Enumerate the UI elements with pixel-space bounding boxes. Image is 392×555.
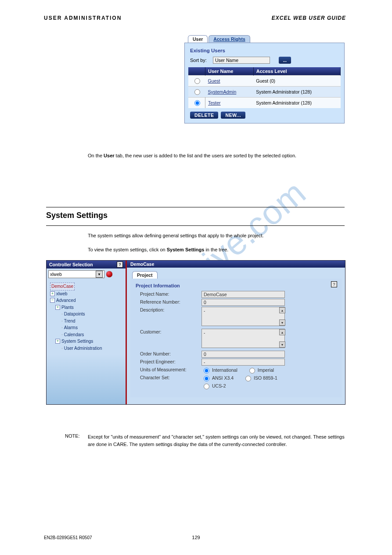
customer-label: Customer: bbox=[140, 329, 201, 334]
user-level: System Administrator (128) bbox=[253, 98, 340, 109]
scroll-down-icon[interactable]: ▼ bbox=[279, 319, 285, 326]
section-rule bbox=[46, 207, 345, 207]
users-panel: User Access Rights Existing Users Sort b… bbox=[184, 35, 345, 123]
new-button[interactable]: NEW... bbox=[221, 112, 245, 119]
user-radio[interactable] bbox=[194, 78, 200, 84]
charset-ucs-radio[interactable] bbox=[204, 384, 209, 389]
tree-node[interactable]: Advanced bbox=[56, 297, 76, 304]
charset-label: Character Set: bbox=[140, 374, 201, 380]
reference-number-label: Reference Number: bbox=[140, 299, 201, 305]
tree-node[interactable]: Plants bbox=[61, 304, 74, 311]
description-input[interactable]: - ▲▼ bbox=[201, 307, 285, 326]
nav-tree: DemoCase +xlweb −Advanced +Plants Datapo… bbox=[47, 280, 126, 404]
table-row: Guest Guest (0) bbox=[188, 76, 341, 87]
header-right: EXCEL WEB USER GUIDE bbox=[272, 15, 346, 21]
tree-node-system-settings[interactable]: System Settings bbox=[61, 338, 93, 345]
sort-options-button[interactable]: ... bbox=[279, 57, 291, 64]
tree-root[interactable]: DemoCase bbox=[50, 283, 75, 290]
note-text: Except for "units of measurement" and "c… bbox=[88, 433, 345, 448]
units-imperial-radio[interactable] bbox=[249, 368, 255, 374]
existing-users-title: Existing Users bbox=[190, 48, 341, 53]
controller-selection-label: Controller Selection bbox=[49, 262, 93, 267]
order-number-input[interactable]: 0 bbox=[201, 351, 285, 358]
charset-ansi-radio[interactable] bbox=[204, 376, 209, 381]
units-international-radio[interactable] bbox=[204, 368, 209, 374]
expand-icon[interactable]: + bbox=[55, 339, 60, 344]
project-name-input[interactable]: DemoCase bbox=[201, 291, 285, 298]
device-dropdown[interactable]: xlweb ▼ bbox=[48, 270, 104, 278]
tree-leaf[interactable]: Datapoints bbox=[50, 311, 122, 318]
scroll-up-icon[interactable]: ▲ bbox=[279, 329, 285, 335]
tree-node[interactable]: xlweb bbox=[56, 290, 68, 297]
expand-icon[interactable]: + bbox=[50, 291, 55, 296]
tab-access-rights[interactable]: Access Rights bbox=[209, 35, 250, 43]
delete-button[interactable]: DELETE bbox=[190, 112, 218, 119]
project-name-label: Project Name: bbox=[140, 291, 201, 297]
reference-number-input[interactable]: 0 bbox=[201, 299, 285, 306]
tree-leaf[interactable]: Alarms bbox=[50, 324, 122, 331]
customer-input[interactable]: - ▲▼ bbox=[201, 329, 285, 348]
tab-project[interactable]: Project bbox=[132, 271, 158, 279]
col-user-name: User Name bbox=[205, 67, 254, 76]
tab-user[interactable]: User bbox=[188, 35, 208, 43]
user-level: Guest (0) bbox=[253, 76, 340, 87]
units-label: Units of Measurement: bbox=[140, 366, 201, 372]
table-row: Tester System Administrator (128) bbox=[188, 98, 341, 109]
section-rule bbox=[46, 225, 345, 226]
sort-by-label: Sort by: bbox=[190, 58, 207, 63]
users-table: User Name Access Level Guest Guest (0) S… bbox=[188, 67, 341, 108]
table-row: SystemAdmin System Administrator (128) bbox=[188, 87, 341, 98]
scroll-down-icon[interactable]: ▼ bbox=[279, 341, 285, 348]
user-link[interactable]: SystemAdmin bbox=[208, 89, 237, 94]
section-title: System Settings bbox=[46, 211, 108, 220]
sort-by-input[interactable]: User Name bbox=[213, 57, 270, 64]
app-sidebar: Controller Selection ? xlweb ▼ DemoCase … bbox=[47, 261, 127, 404]
note-label: NOTE: bbox=[65, 433, 80, 439]
project-engineer-input[interactable]: - bbox=[201, 359, 285, 366]
help-icon[interactable]: ? bbox=[331, 281, 337, 287]
tree-leaf[interactable]: User Administration bbox=[50, 345, 122, 352]
user-radio[interactable] bbox=[194, 89, 200, 95]
intro-line1: The system settings allow defining gener… bbox=[88, 233, 345, 238]
intro-line2: To view the system settings, click on Sy… bbox=[88, 247, 345, 252]
chevron-down-icon[interactable]: ▼ bbox=[96, 271, 103, 278]
main-header: DemoCase bbox=[127, 261, 345, 268]
col-access-level: Access Level bbox=[253, 67, 340, 76]
expand-icon[interactable]: + bbox=[55, 305, 60, 310]
order-number-label: Order Number: bbox=[140, 351, 201, 356]
body-paragraph: On the User tab, the new user is added t… bbox=[88, 152, 345, 160]
project-engineer-label: Project Engineer: bbox=[140, 359, 201, 364]
user-link[interactable]: Tester bbox=[208, 100, 221, 105]
user-radio[interactable] bbox=[194, 100, 200, 106]
tree-leaf[interactable]: Trend bbox=[50, 318, 122, 325]
charset-iso-radio[interactable] bbox=[245, 376, 251, 381]
description-label: Description: bbox=[140, 307, 201, 312]
user-level: System Administrator (128) bbox=[253, 87, 340, 98]
header-left: USER ADMINISTRATION bbox=[44, 15, 122, 21]
status-indicator-icon bbox=[106, 271, 112, 277]
help-icon[interactable]: ? bbox=[117, 261, 123, 268]
footer-page-number: 129 bbox=[0, 535, 392, 540]
collapse-icon[interactable]: − bbox=[50, 298, 55, 303]
project-panel: ? Project Information Project Name: Demo… bbox=[130, 279, 342, 397]
tree-leaf[interactable]: Calendars bbox=[50, 331, 122, 338]
user-link[interactable]: Guest bbox=[208, 78, 220, 83]
project-information-title: Project Information bbox=[136, 283, 336, 288]
scroll-up-icon[interactable]: ▲ bbox=[279, 307, 285, 313]
app-screenshot: Controller Selection ? xlweb ▼ DemoCase … bbox=[46, 260, 345, 405]
